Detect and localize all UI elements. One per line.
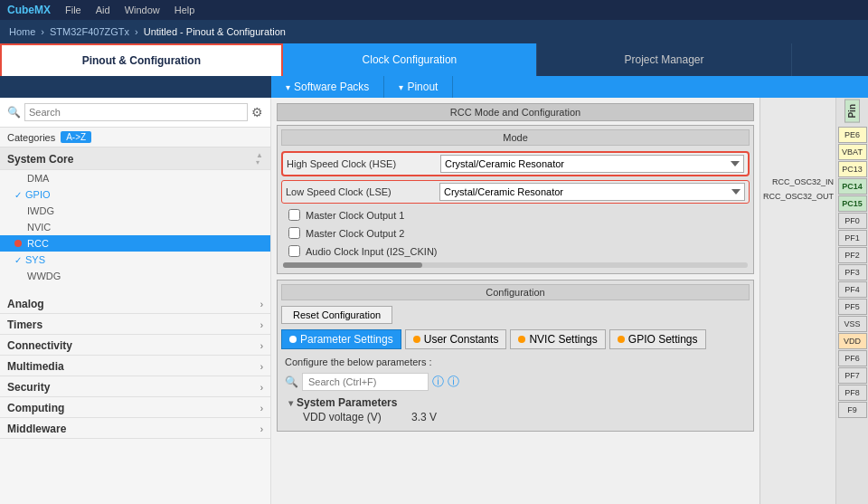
sidebar-filter-bar: Categories A->Z [0, 128, 270, 147]
chevron-multimedia: › [260, 362, 263, 372]
mco2-label: Master Clock Output 2 [306, 228, 404, 239]
sub-tab-software-packs[interactable]: ▾ Software Packs [271, 76, 384, 98]
nav-window[interactable]: Window [125, 5, 160, 15]
mco2-checkbox[interactable] [288, 227, 300, 239]
chevron-middleware: › [260, 424, 263, 434]
search-icon: 🔍 [7, 106, 21, 119]
gear-icon[interactable]: ⚙ [251, 105, 263, 119]
nav-file[interactable]: File [65, 5, 81, 15]
config-description: Configure the below parameters : [281, 355, 750, 369]
pin-vbat[interactable]: VBAT [838, 144, 867, 160]
tab-clock-config[interactable]: Clock Configuration [283, 43, 538, 76]
config-section-title: Configuration [281, 284, 750, 300]
sidebar-item-wwdg[interactable]: WWDG [0, 268, 270, 284]
sidebar-item-iwdg[interactable]: IWDG [0, 203, 270, 219]
pin-pf0[interactable]: PF0 [838, 213, 867, 229]
hse-select[interactable]: DisableBYPASS Clock SourceCrystal/Cerami… [440, 155, 744, 173]
config-search-icon: 🔍 [285, 376, 298, 388]
config-tab-user-constants[interactable]: User Constants [405, 329, 507, 349]
tab-pinout-config[interactable]: Pinout & Configuration [0, 43, 283, 76]
chevron-timers: › [260, 320, 263, 330]
chevron-analog: › [260, 300, 263, 309]
pin-pc15[interactable]: PC15 [838, 195, 867, 212]
pin-f9[interactable]: F9 [838, 402, 867, 418]
mco1-label: Master Clock Output 1 [306, 210, 404, 221]
breadcrumb-home[interactable]: Home [9, 26, 35, 37]
i2sckin-row: Audio Clock Input (I2S_CKIN) [281, 243, 750, 259]
sidebar-cat-multimedia[interactable]: Multimedia › [0, 356, 270, 376]
hse-label: High Speed Clock (HSE) [287, 158, 440, 169]
pin-pf6[interactable]: PF6 [838, 350, 867, 366]
pin-pf4[interactable]: PF4 [838, 281, 867, 298]
mode-scrollbar[interactable] [283, 262, 748, 268]
lse-select[interactable]: DisableBYPASS Clock SourceCrystal/Cerami… [439, 183, 745, 201]
search-input[interactable] [24, 103, 248, 121]
pin-pf2[interactable]: PF2 [838, 247, 867, 263]
mco2-row: Master Clock Output 2 [281, 225, 750, 241]
sub-tabs-container: ▾ Software Packs ▾ Pinout [271, 76, 868, 98]
tab-dot-user [413, 336, 420, 343]
pin-pf3[interactable]: PF3 [838, 264, 867, 281]
breadcrumb-device[interactable]: STM32F407ZGTx [50, 26, 129, 37]
pin-panel-header[interactable]: Pin [844, 100, 860, 123]
sidebar-cat-computing[interactable]: Computing › [0, 397, 270, 418]
sidebar-cat-connectivity[interactable]: Connectivity › [0, 335, 270, 356]
pin-panel: Pin PE6 VBAT PC13 PC14 PC15 PF0 PF1 PF2 … [835, 98, 868, 504]
config-tab-gpio-settings[interactable]: GPIO Settings [609, 329, 706, 349]
rcc-indicator [14, 240, 22, 247]
sidebar-cat-analog[interactable]: Analog › [0, 293, 270, 314]
param-vdd-value: 3.3 V [411, 411, 437, 423]
sidebar-item-rcc[interactable]: RCC [0, 235, 270, 252]
pin-pf1[interactable]: PF1 [838, 230, 867, 246]
nav-aid[interactable]: Aid [96, 5, 110, 15]
mode-section-title: Mode [281, 129, 750, 146]
system-params-section: ▾ System Parameters VDD voltage (V) 3.3 … [281, 395, 750, 427]
sort-arrow-system-core: ▲ ▾ [256, 152, 263, 166]
pin-vss[interactable]: VSS [838, 316, 867, 332]
sidebar-item-dma[interactable]: DMA [0, 170, 270, 186]
pin-pe6[interactable]: PE6 [838, 127, 867, 143]
sidebar-item-nvic[interactable]: NVIC [0, 219, 270, 235]
pin-pf7[interactable]: PF7 [838, 367, 867, 384]
breadcrumb: Home › STM32F407ZGTx › Untitled - Pinout… [0, 20, 868, 43]
filter-az-button[interactable]: A->Z [61, 131, 91, 143]
config-tab-param-settings[interactable]: Parameter Settings [281, 329, 401, 349]
tab-extra[interactable] [792, 43, 868, 76]
pin-pf5[interactable]: PF5 [838, 299, 867, 315]
filter-categories-label: Categories [7, 132, 55, 143]
system-params-label[interactable]: ▾ System Parameters [288, 396, 742, 409]
reset-config-button[interactable]: Reset Configuration [281, 306, 392, 324]
pin-pc14[interactable]: PC14 [838, 178, 867, 195]
pin-pc13[interactable]: PC13 [838, 161, 867, 177]
pin-pf8[interactable]: PF8 [838, 385, 867, 401]
sub-tabs-bar: ▾ Software Packs ▾ Pinout [0, 76, 868, 98]
config-search-bar: 🔍 ⓘ ⓘ [281, 373, 750, 391]
rcc-content-panel: RCC Mode and Configuration Mode High Spe… [271, 98, 760, 504]
sidebar-item-sys[interactable]: ✓ SYS [0, 252, 270, 268]
mco1-checkbox[interactable] [288, 209, 300, 221]
config-tabs: Parameter Settings User Constants NVIC S… [281, 329, 750, 349]
sys-params-arrow: ▾ [288, 398, 293, 408]
sidebar: 🔍 ⚙ Categories A->Z System Core ▲ ▾ DMA [0, 98, 271, 504]
sub-tab-pinout[interactable]: ▾ Pinout [384, 76, 453, 98]
config-tab-nvic-settings[interactable]: NVIC Settings [510, 329, 605, 349]
i2sckin-checkbox[interactable] [288, 245, 300, 257]
lse-label: Low Speed Clock (LSE) [286, 186, 439, 197]
nav-help[interactable]: Help [175, 5, 195, 15]
sidebar-cat-security[interactable]: Security › [0, 376, 270, 397]
pin-vdd[interactable]: VDD [838, 333, 867, 349]
breadcrumb-current: Untitled - Pinout & Configuration [144, 26, 286, 37]
config-section: Configuration Reset Configuration Parame… [277, 280, 754, 432]
info-icon-1: ⓘ [432, 374, 444, 390]
breadcrumb-sep-1: › [41, 26, 44, 37]
sidebar-cat-middleware[interactable]: Middleware › [0, 418, 270, 439]
right-panel: RCC_OSC32_IN RCC_OSC32_OUT Pin PE6 VBAT … [760, 98, 868, 504]
tab-project-manager[interactable]: Project Manager [537, 43, 792, 76]
sidebar-cat-timers[interactable]: Timers › [0, 314, 270, 335]
config-search-input[interactable] [302, 373, 429, 391]
chevron-security: › [260, 383, 263, 393]
sidebar-cat-system-core[interactable]: System Core ▲ ▾ [0, 147, 270, 170]
sidebar-item-gpio[interactable]: ✓ GPIO [0, 186, 270, 203]
param-vdd-name: VDD voltage (V) [303, 411, 411, 423]
sidebar-spacer [0, 284, 270, 293]
